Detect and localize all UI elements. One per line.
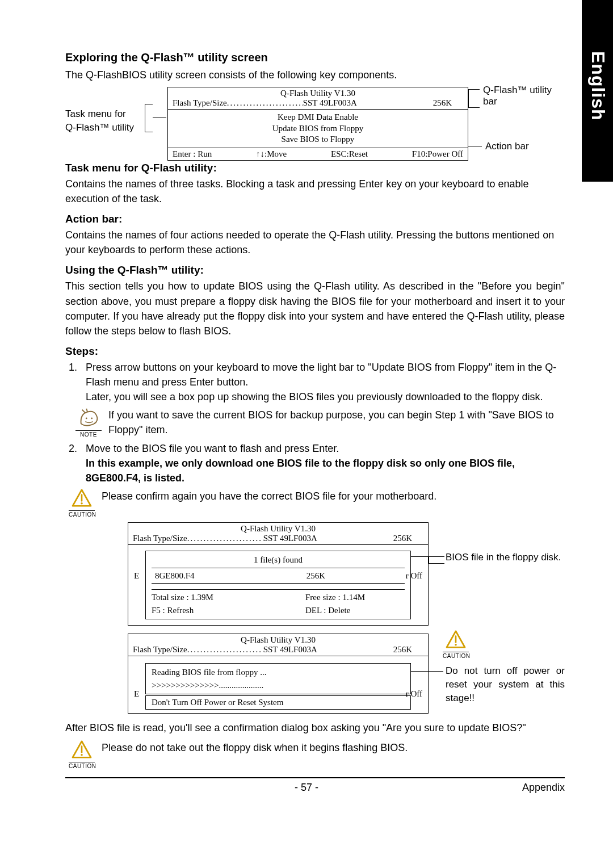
step-2-text-b: In this example, we only download one BI… xyxy=(86,458,515,484)
p-using: This section tells you how to update BIO… xyxy=(65,279,565,338)
h2-action-bar: Action bar: xyxy=(65,213,565,225)
h2-steps: Steps: xyxy=(65,345,565,358)
caution-icon-side: CAUTION xyxy=(443,630,469,659)
caution-word-2: CAUTION xyxy=(69,762,95,769)
label-task-menu-2: Q-Flash™ utility xyxy=(65,122,134,133)
d3-flash-label: Flash Type/Size xyxy=(133,645,187,655)
page-number: - 57 - xyxy=(295,782,318,794)
p-action-bar: Contains the names of four actions neede… xyxy=(65,228,565,257)
d2-flash-value: SST 49LF003A xyxy=(263,534,317,543)
d3-chevrons: >>>>>>>>>>>>>> xyxy=(152,681,219,690)
step-2: Move to the BIOS file you want to flash … xyxy=(80,441,565,485)
d2-title: Q-Flash Utility V1.30 xyxy=(241,524,316,533)
d2-file-size: 256K xyxy=(306,569,325,582)
menu-keep-dmi: Keep DMI Data Enable xyxy=(173,112,463,123)
caution-word-side: CAUTION xyxy=(443,652,469,659)
d2-total: Total size : 1.39M xyxy=(152,593,213,602)
appendix-label: Appendix xyxy=(522,782,565,794)
d2-refresh: F5 : Refresh xyxy=(152,606,194,615)
flash-size: 256K xyxy=(433,98,463,108)
section-heading: Exploring the Q-Flash™ utility screen xyxy=(65,51,565,64)
step-1-text-a: Press arrow buttons on your keyboard to … xyxy=(86,362,556,388)
svg-line-1 xyxy=(86,409,87,412)
d2-file-name: 8GE800.F4 xyxy=(155,569,195,582)
utility-titlebar: Q-Flash Utility V1.30 Flash Type/Size ..… xyxy=(168,87,468,110)
menu-update-bios: Update BIOS from Floppy xyxy=(173,123,463,135)
step-2-text-a: Move to the BIOS file you want to flash … xyxy=(86,443,339,454)
caution-icon: CAUTION xyxy=(69,489,95,518)
h2-using: Using the Q-Flash™ utility: xyxy=(65,264,565,276)
foot-enter: Enter : Run xyxy=(173,149,212,159)
foot-f10: F10:Power Off xyxy=(412,149,463,159)
svg-point-2 xyxy=(86,418,87,420)
foot-esc: ESC:Reset xyxy=(331,149,368,159)
h2-task-menu: Task menu for Q-Flash utility: xyxy=(65,162,565,174)
svg-point-3 xyxy=(91,418,93,420)
label-action-bar: Action bar xyxy=(485,141,529,152)
intro-text: The Q-FlashBIOS utility screen consists … xyxy=(65,68,565,82)
d3-warn: Don't Turn Off Power or Reset System xyxy=(145,695,411,710)
d3-annotation: Do not turn off power or reset your syst… xyxy=(446,664,565,705)
step-1-text-b: Later, you will see a box pop up showing… xyxy=(86,391,543,402)
d2-flash-label: Flash Type/Size xyxy=(133,534,187,543)
utility-diagram-3: Q-Flash Utility V1.30 Flash Type/Size ..… xyxy=(128,634,565,714)
note-word: NOTE xyxy=(75,430,102,438)
d3-dots: ..................... xyxy=(219,681,263,690)
caution-2-text: Please do not take out the floppy disk w… xyxy=(102,740,408,755)
d3-reading: Reading BIOS file from floppy ... xyxy=(152,666,405,679)
flash-label: Flash Type/Size xyxy=(173,98,227,108)
flash-value: SST 49LF003A xyxy=(303,98,357,108)
d3-flash-size: 256K xyxy=(393,645,423,655)
svg-point-9 xyxy=(81,754,83,756)
after-read-text: After BIOS file is read, you'll see a co… xyxy=(65,720,565,735)
svg-line-0 xyxy=(82,410,86,413)
d2-free: Free size : 1.14M xyxy=(305,593,365,602)
caution-icon-2: CAUTION xyxy=(69,740,95,769)
note-1-text: If you want to save the current BIOS for… xyxy=(108,408,565,437)
d2-del: DEL : Delete xyxy=(305,606,350,615)
d2-annotation: BIOS file in the floppy disk. xyxy=(446,551,570,564)
d3-title: Q-Flash Utility V1.30 xyxy=(241,635,316,644)
d3-left-e: E xyxy=(134,689,139,699)
caution-word-1: CAUTION xyxy=(69,510,95,518)
utility-diagram-1: Task menu for Q-Flash™ utility Q-Flash U… xyxy=(65,87,565,155)
caution-1-text: Please confirm again you have the correc… xyxy=(102,489,436,504)
p-task-menu: Contains the names of three tasks. Block… xyxy=(65,177,565,206)
foot-move: ↑↓:Move xyxy=(256,149,287,159)
utility-window: Q-Flash Utility V1.30 Flash Type/Size ..… xyxy=(167,87,468,161)
svg-point-5 xyxy=(81,502,83,505)
d3-flash-value: SST 49LF003A xyxy=(263,645,317,655)
util-title: Q-Flash Utility V1.30 xyxy=(280,89,355,98)
page-footer: - 57 - Appendix xyxy=(65,777,565,794)
d2-flash-size: 256K xyxy=(393,534,423,543)
label-utility-bar: Q-Flash™ utility bar xyxy=(483,85,565,107)
d2-left-e: E xyxy=(134,571,139,581)
utility-diagram-2: Q-Flash Utility V1.30 Flash Type/Size ..… xyxy=(128,522,565,626)
note-icon: NOTE xyxy=(75,408,102,438)
step-1: Press arrow buttons on your keyboard to … xyxy=(80,360,565,404)
svg-point-7 xyxy=(455,644,457,646)
label-task-menu-1: Task menu for xyxy=(65,108,126,119)
menu-save-bios: Save BIOS to Floppy xyxy=(173,134,463,145)
d2-files-found: 1 file(s) found xyxy=(152,553,405,567)
